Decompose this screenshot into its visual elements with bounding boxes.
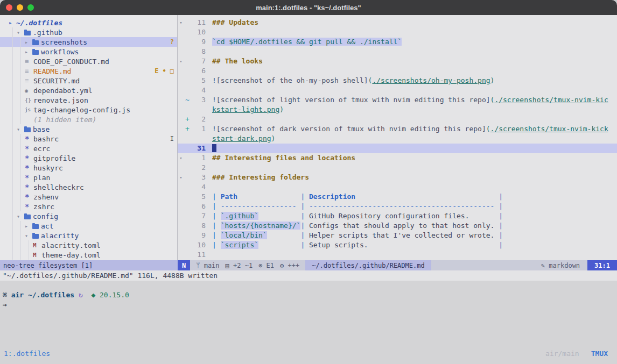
- tree-item-plan[interactable]: *plan: [0, 173, 177, 182]
- tree-item-config[interactable]: ▾config: [0, 211, 177, 221]
- tree-item-alacritty[interactable]: ▾alacritty: [0, 231, 177, 240]
- editor-line[interactable]: +1![screenshot of dark version of tmux w…: [178, 124, 617, 134]
- fold-chevron-icon: [178, 27, 184, 37]
- file-icon: ≡: [25, 67, 33, 75]
- tree-item-ecrc[interactable]: *ecrc: [0, 144, 177, 153]
- tree-item-tag-changelog-config-js[interactable]: jstag-changelog-config.js: [0, 105, 177, 115]
- chevron-down-icon[interactable]: ▾: [17, 30, 24, 35]
- star-icon: *: [25, 154, 33, 162]
- editor-line[interactable]: 8: [178, 47, 617, 56]
- editor-line[interactable]: ▾1## Interesting files and locations: [178, 153, 617, 163]
- line-text: [212, 163, 617, 173]
- tree-item-dependabot-yml[interactable]: ◉dependabot.yml: [0, 85, 177, 95]
- tree-item-base[interactable]: ▾base: [0, 124, 177, 134]
- fold-chevron-icon[interactable]: ▾: [178, 18, 184, 27]
- line-text: `cd $HOME/.dotfiles && git pull && ./ins…: [212, 37, 617, 47]
- editor-line[interactable]: +2: [178, 115, 617, 124]
- line-number: [191, 105, 206, 115]
- tree-item-code-of-conduct-md[interactable]: ≡CODE_OF_CONDUCT.md: [0, 56, 177, 66]
- editor-line[interactable]: ▾11### Updates: [178, 18, 617, 27]
- tree-item-github[interactable]: ▾.github: [0, 27, 177, 37]
- tree-item-gitprofile[interactable]: *gitprofile: [0, 153, 177, 163]
- tree-item-theme-day-toml[interactable]: Mtheme-day.toml: [0, 250, 177, 260]
- tree-item-1-hidden-item[interactable]: (1 hidden item): [0, 115, 177, 124]
- tree-item-readme-md[interactable]: ≡README.mdE•□: [0, 66, 177, 76]
- tree-item-act[interactable]: ▸act: [0, 221, 177, 231]
- editor-line[interactable]: 6: [178, 66, 617, 76]
- indent-guide: [17, 85, 25, 95]
- fold-chevron-icon[interactable]: ▾: [178, 153, 184, 163]
- tree-item-workflows[interactable]: ▸workflows: [0, 47, 177, 56]
- tree-item-zshenv[interactable]: *zshenv: [0, 192, 177, 202]
- tree-item-badges: ?: [170, 38, 174, 46]
- editor-buffer[interactable]: ▾11### Updates109`cd $HOME/.dotfiles && …: [178, 15, 617, 260]
- git-sign: +: [184, 115, 191, 124]
- editor-line[interactable]: kstart-light.png): [178, 105, 617, 115]
- fold-chevron-icon[interactable]: ▾: [178, 56, 184, 66]
- tree-item-huskyrc[interactable]: *huskyrc: [0, 163, 177, 173]
- indent-guide: [9, 105, 17, 115]
- editor-line[interactable]: 5![screenshot of the oh-my-posh shell](.…: [178, 76, 617, 85]
- chevron-right-icon[interactable]: ▸: [25, 49, 32, 55]
- tree-item-dotfiles[interactable]: ▸~/.dotfiles: [0, 18, 177, 27]
- editor-line[interactable]: 6| ------------------ | ----------------…: [178, 202, 617, 211]
- minimize-button[interactable]: [17, 4, 23, 11]
- line-number: 1: [191, 153, 206, 163]
- line-number: 31: [191, 144, 206, 153]
- editor-line[interactable]: ▾3### Interesting folders: [178, 173, 617, 182]
- tree-item-label: workflows: [41, 48, 79, 56]
- chevron-right-icon[interactable]: ▸: [9, 19, 16, 26]
- editor-line[interactable]: ~3![screenshot of light version of tmux …: [178, 95, 617, 105]
- close-button[interactable]: [6, 4, 12, 11]
- tree-item-alacritty-toml[interactable]: Malacritty.toml: [0, 240, 177, 250]
- tree-item-screenshots[interactable]: ▸screenshots?: [0, 37, 177, 47]
- shell-pane[interactable]: ⌘ air ~/.dotfiles ↻ ◆ 20.15.0 → 1:.dotfi…: [0, 281, 617, 364]
- chevron-down-icon[interactable]: ▾: [17, 213, 24, 219]
- tree-item-zshrc[interactable]: *zshrc: [0, 202, 177, 211]
- editor-line[interactable]: 9| `local/bin` | Helper scripts that I'v…: [178, 231, 617, 240]
- tree-item-label: alacritty: [41, 232, 79, 240]
- tmux-window-tab[interactable]: 1:.dotfiles: [4, 349, 50, 358]
- editor-line[interactable]: 2: [178, 163, 617, 173]
- editor-line[interactable]: start-dark.png): [178, 134, 617, 144]
- indent-guide: [9, 250, 17, 260]
- sync-icon: ↻: [79, 291, 91, 299]
- fold-chevron-icon[interactable]: ▾: [178, 173, 184, 182]
- tree-item-shellcheckrc[interactable]: *shellcheckrc: [0, 182, 177, 192]
- line-number: 6: [191, 202, 206, 211]
- tree-item-label: ~/.dotfiles: [16, 19, 62, 27]
- star-icon: *: [25, 183, 33, 191]
- tree-item-security-md[interactable]: ≡SECURITY.md: [0, 76, 177, 85]
- editor-line[interactable]: 5| Path | Description |: [178, 192, 617, 202]
- mode-indicator: N: [178, 260, 190, 270]
- neo-tree-sidebar: ▸~/.dotfiles▾.github▸screenshots?▸workfl…: [0, 15, 178, 260]
- chevron-right-icon[interactable]: ▸: [25, 39, 32, 45]
- line-text: | ------------------ | -----------------…: [212, 202, 617, 211]
- line-text: ### Interesting folders: [212, 173, 617, 182]
- tree-item-label: config: [33, 212, 58, 220]
- editor-line[interactable]: 9`cd $HOME/.dotfiles && git pull && ./in…: [178, 37, 617, 47]
- editor-line[interactable]: ▾7## The looks: [178, 56, 617, 66]
- tree-item-label: ecrc: [33, 145, 50, 153]
- editor-line[interactable]: 4: [178, 85, 617, 95]
- editor-line[interactable]: 7| `.github` | GitHub Repository configu…: [178, 211, 617, 221]
- apple-icon: ⌘: [3, 291, 11, 299]
- tree-item-renovate-json[interactable]: {}renovate.json: [0, 95, 177, 105]
- editor-line[interactable]: 31: [178, 144, 617, 153]
- git-sign: [184, 163, 191, 173]
- tree-item-bashrc[interactable]: *bashrcI: [0, 134, 177, 144]
- editor-line[interactable]: 8| `hosts/{hostname}/`| Configs that sho…: [178, 221, 617, 231]
- tmux-status-bar: 1:.dotfiles air/main TMUX: [0, 349, 617, 358]
- chevron-down-icon[interactable]: ▾: [25, 233, 32, 239]
- tmux-label: TMUX: [591, 349, 608, 358]
- filetype-label: markdown: [549, 262, 580, 269]
- editor-line[interactable]: 4: [178, 182, 617, 192]
- editor-line[interactable]: 10: [178, 27, 617, 37]
- chevron-down-icon[interactable]: ▾: [17, 126, 24, 132]
- indent-guide: [9, 153, 17, 163]
- fold-chevron-icon: [178, 163, 184, 173]
- chevron-right-icon[interactable]: ▸: [25, 223, 32, 229]
- editor-line[interactable]: 11: [178, 250, 617, 260]
- zoom-button[interactable]: [27, 4, 34, 11]
- editor-line[interactable]: 10| `scripts` | Setup scripts. |: [178, 240, 617, 250]
